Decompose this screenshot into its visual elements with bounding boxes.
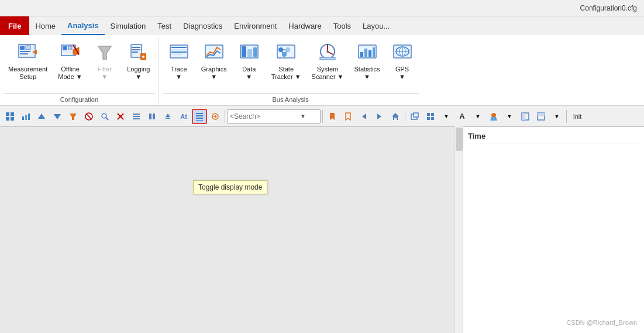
svg-rect-88 [427,113,430,116]
ribbon-btn-system-scanner[interactable]: SystemScanner ▼ [307,39,349,83]
tb-pause-btn[interactable] [144,109,160,124]
tb-font-btn[interactable]: A [454,109,470,124]
svg-rect-77 [196,120,203,121]
ribbon-btn-data[interactable]: Data▼ [233,39,266,83]
svg-rect-23 [171,54,182,55]
search-box[interactable]: ▼ [227,109,321,123]
svg-rect-73 [166,118,170,119]
tb-panel-btn[interactable] [518,109,533,124]
svg-rect-52 [11,112,14,116]
menu-simulation[interactable]: Simulation [105,16,152,35]
tb-panel2-btn[interactable] [533,109,549,124]
ribbon-btn-trace[interactable]: Trace▼ [163,39,195,83]
ribbon-btn-logging[interactable]: Logging▼ [122,39,155,83]
svg-rect-87 [414,113,418,117]
svg-marker-72 [166,114,170,117]
tb-selectall-btn[interactable] [129,109,144,124]
tb-nav-fwd-btn[interactable] [372,109,387,124]
tb-search-btn[interactable] [97,109,112,124]
content-area: Time [0,127,644,333]
tb-chart-btn[interactable] [18,109,33,124]
search-dropdown-arrow[interactable]: ▼ [300,113,306,119]
tb-delete-btn[interactable] [113,109,128,124]
tb-filter1-btn[interactable] [66,109,81,124]
tb-color-btn[interactable] [486,109,501,124]
tooltip-text: Toggle display mode [198,183,262,191]
tb-at-btn[interactable]: At [176,109,191,124]
menu-file[interactable]: File [0,16,29,35]
tb-nav-home-btn[interactable] [388,109,403,124]
svg-rect-15 [132,52,138,53]
tb-up-btn[interactable] [34,109,49,124]
svg-rect-7 [63,46,67,50]
svg-rect-89 [431,113,434,116]
tb-panel-drop-btn[interactable]: ▼ [549,109,564,124]
tb-bookmark2-btn[interactable] [340,109,356,124]
svg-rect-27 [247,49,252,57]
tb-filter2-btn[interactable] [81,109,97,124]
svg-rect-54 [11,117,14,121]
svg-rect-90 [427,117,430,120]
menu-diagnostics[interactable]: Diagnostics [177,16,228,35]
svg-rect-28 [253,47,257,57]
tb-init-btn[interactable]: Init [569,109,586,124]
tb-layout-drop-btn[interactable]: ▼ [439,109,454,124]
menu-bar: File Home Analysis Simulation Test Diagn… [0,16,644,35]
svg-rect-1 [20,46,25,50]
right-panel-header: Time [468,132,639,143]
tb-separator-2 [322,110,323,123]
menu-analysis[interactable]: Analysis [61,16,104,35]
ribbon-btn-graphics[interactable]: Graphics▼ [197,39,232,83]
tb-new-window-btn[interactable] [407,109,422,124]
svg-marker-82 [346,113,350,120]
tb-color-drop-btn[interactable]: ▼ [502,109,517,124]
svg-rect-40 [320,57,335,60]
menu-hardware[interactable]: Hardware [283,16,327,35]
ribbon-group-bus-analysis: Trace▼ Graphics▼ [159,37,422,105]
tb-add-col-btn[interactable] [208,109,223,124]
tb-bookmark-btn[interactable] [325,109,340,124]
menu-home[interactable]: Home [29,16,61,35]
tb-nav-back-btn[interactable] [356,109,371,124]
ribbon-btn-gps[interactable]: GPS▼ [386,39,419,83]
ribbon-btn-statistics[interactable]: Statistics▼ [350,39,385,83]
svg-rect-57 [28,114,30,120]
ribbon-btn-offline-mode[interactable]: OfflineMode ▼ [53,39,87,83]
svg-rect-70 [149,114,151,119]
svg-point-39 [326,50,329,53]
menu-test[interactable]: Test [151,16,177,35]
content-right-panel: Time [463,127,644,333]
menu-environment[interactable]: Environment [228,16,283,35]
svg-rect-12 [131,44,142,57]
svg-marker-58 [38,114,45,119]
svg-rect-91 [431,117,434,120]
search-input[interactable] [230,112,300,121]
tb-down-btn[interactable] [50,109,65,124]
svg-rect-67 [133,114,140,115]
ribbon-btn-state-tracker[interactable]: StateTracker ▼ [267,39,306,83]
tb-view1-btn[interactable] [2,109,18,124]
svg-marker-59 [54,114,61,119]
ribbon-btn-filter[interactable]: Filter▼ [88,39,121,83]
watermark-text: CSDN @Richard_Brown [566,319,637,326]
svg-rect-4 [20,53,28,54]
svg-rect-56 [25,115,27,120]
svg-rect-2 [26,46,30,50]
menu-layout[interactable]: Layou... [357,16,395,35]
tooltip: Toggle display mode [193,180,267,194]
tb-layout-btn[interactable] [423,109,438,124]
scrollbar-thumb[interactable] [456,128,463,151]
tb-font-drop-btn[interactable]: ▼ [470,109,485,124]
svg-point-31 [285,47,290,52]
menu-tools[interactable]: Tools [328,16,357,35]
svg-rect-43 [364,49,367,57]
tb-scroll-btn[interactable] [160,109,175,124]
tb-toggle-display-btn[interactable] [192,109,207,124]
scrollbar-vertical[interactable] [454,126,463,333]
svg-rect-97 [538,113,545,116]
svg-rect-20 [171,47,187,48]
svg-rect-95 [522,113,525,120]
toolbar: At ▼ ▼ A ▼ ▼ ▼ [0,106,644,127]
ribbon-btn-measurement-setup[interactable]: MeasurementSetup [4,39,52,83]
svg-rect-21 [171,49,187,50]
